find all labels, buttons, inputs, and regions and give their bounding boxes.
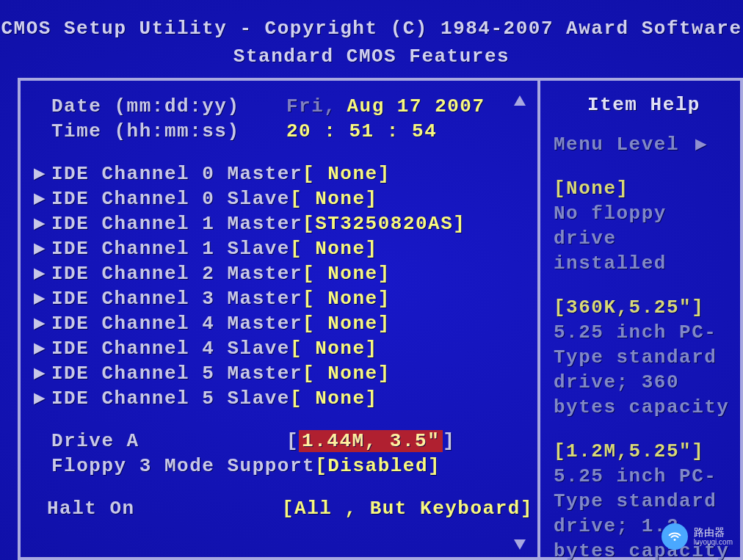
watermark-text: 路由器 luyouqi.com — [694, 527, 733, 546]
ide-label: IDE Channel 4 Slave — [51, 336, 290, 361]
ide-row[interactable]: ▶IDE Channel 1 Master[ST3250820AS] — [34, 211, 533, 236]
halt-on-row[interactable]: Halt On [All , But Keyboard] — [34, 496, 533, 521]
submenu-icon: ▶ — [34, 211, 51, 236]
halt-on-value: [All , But Keyboard] — [282, 496, 533, 521]
ide-label: IDE Channel 2 Master — [51, 261, 302, 286]
ide-label: IDE Channel 1 Slave — [51, 236, 290, 261]
floppy3-value: [Disabled] — [315, 454, 441, 479]
ide-value: [ None] — [290, 336, 378, 361]
watermark-sub: luyouqi.com — [694, 538, 733, 546]
ide-label: IDE Channel 0 Master — [51, 161, 302, 186]
help-opt1-desc: 5.25 inch PC-Type standard drive; 360 by… — [554, 320, 734, 420]
submenu-icon: ▶ — [34, 311, 51, 336]
floppy3-label: Floppy 3 Mode Support — [51, 454, 315, 479]
submenu-icon: ▶ — [34, 386, 51, 411]
scroll-up-icon[interactable] — [514, 95, 526, 106]
router-icon — [662, 523, 688, 550]
ide-value: [ None] — [302, 286, 391, 311]
ide-row[interactable]: ▶IDE Channel 0 Master[ None] — [34, 161, 533, 186]
halt-on-label: Halt On — [47, 496, 282, 521]
ide-label: IDE Channel 4 Master — [51, 311, 302, 336]
panels: Date (mm:dd:yy) Fri, Aug 17 2007 Time (h… — [18, 78, 743, 560]
ide-label: IDE Channel 5 Slave — [51, 386, 290, 411]
date-dayname: Fri, — [286, 94, 336, 119]
date-value[interactable]: Aug 17 2007 — [347, 94, 485, 119]
ide-row[interactable]: ▶IDE Channel 4 Master[ None] — [34, 311, 533, 336]
watermark-title: 路由器 — [694, 527, 733, 538]
help-body: Menu Level ▶ [None] No floppy drive inst… — [554, 132, 734, 560]
drive-a-value: [1.44M, 3.5"] — [286, 429, 455, 454]
drive-a-selected: 1.44M, 3.5" — [299, 430, 443, 452]
ide-row[interactable]: ▶IDE Channel 5 Master[ None] — [34, 361, 533, 386]
ide-value: [ None] — [290, 386, 378, 411]
submenu-icon: ▶ — [34, 261, 51, 286]
ide-value: [ None] — [290, 186, 378, 211]
settings-panel: Date (mm:dd:yy) Fri, Aug 17 2007 Time (h… — [18, 78, 540, 560]
submenu-icon: ▶ — [34, 361, 51, 386]
ide-row[interactable]: ▶IDE Channel 3 Master[ None] — [34, 286, 533, 311]
header-copyright: CMOS Setup Utility - Copyright (C) 1984-… — [0, 18, 743, 40]
submenu-icon: ▶ — [34, 286, 51, 311]
menu-level-icon: ▶ — [695, 132, 708, 157]
header-subtitle: Standard CMOS Features — [0, 46, 743, 68]
time-row[interactable]: Time (hh:mm:ss) 20 : 51 : 54 — [34, 119, 533, 144]
ide-value: [ None] — [302, 361, 391, 386]
submenu-icon: ▶ — [34, 161, 51, 186]
ide-row[interactable]: ▶IDE Channel 2 Master[ None] — [34, 261, 533, 286]
header: CMOS Setup Utility - Copyright (C) 1984-… — [0, 0, 743, 68]
ide-label: IDE Channel 5 Master — [51, 361, 302, 386]
menu-level-row: Menu Level ▶ — [554, 132, 734, 157]
menu-level-label: Menu Level — [554, 132, 679, 157]
help-opt2-label: [1.2M,5.25"] — [554, 439, 734, 464]
drive-a-row[interactable]: Drive A [1.44M, 3.5"] — [34, 429, 533, 454]
help-none-desc: No floppy drive installed — [554, 201, 734, 276]
ide-value: [ None] — [302, 161, 391, 186]
ide-row[interactable]: ▶IDE Channel 5 Slave[ None] — [34, 386, 533, 411]
item-help-panel: Item Help Menu Level ▶ [None] No floppy … — [540, 78, 743, 560]
date-label: Date (mm:dd:yy) — [51, 94, 286, 119]
date-row[interactable]: Date (mm:dd:yy) Fri, Aug 17 2007 — [34, 94, 533, 119]
ide-label: IDE Channel 1 Master — [51, 211, 302, 236]
ide-value: [ None] — [302, 311, 391, 336]
help-none-label: [None] — [554, 176, 734, 201]
submenu-icon: ▶ — [34, 186, 51, 211]
ide-row[interactable]: ▶IDE Channel 0 Slave[ None] — [34, 186, 533, 211]
ide-value: [ None] — [302, 261, 391, 286]
time-label: Time (hh:mm:ss) — [51, 119, 286, 144]
ide-value: [ST3250820AS] — [302, 211, 465, 236]
scrollbar[interactable] — [515, 95, 524, 550]
help-title: Item Help — [554, 94, 734, 116]
ide-label: IDE Channel 3 Master — [51, 286, 302, 311]
ide-value: [ None] — [290, 236, 378, 261]
drive-a-label: Drive A — [51, 429, 286, 454]
ide-row[interactable]: ▶IDE Channel 4 Slave[ None] — [34, 336, 533, 361]
bios-screen: CMOS Setup Utility - Copyright (C) 1984-… — [0, 0, 743, 560]
help-opt1-label: [360K,5.25"] — [554, 295, 734, 320]
ide-row[interactable]: ▶IDE Channel 1 Slave[ None] — [34, 236, 533, 261]
time-value[interactable]: 20 : 51 : 54 — [286, 119, 437, 144]
submenu-icon: ▶ — [34, 336, 51, 361]
ide-label: IDE Channel 0 Slave — [51, 186, 290, 211]
submenu-icon: ▶ — [34, 236, 51, 261]
scroll-down-icon[interactable] — [514, 539, 526, 550]
watermark: 路由器 luyouqi.com — [662, 523, 733, 550]
svg-point-0 — [673, 539, 675, 541]
floppy3-row[interactable]: Floppy 3 Mode Support [Disabled] — [34, 454, 533, 479]
